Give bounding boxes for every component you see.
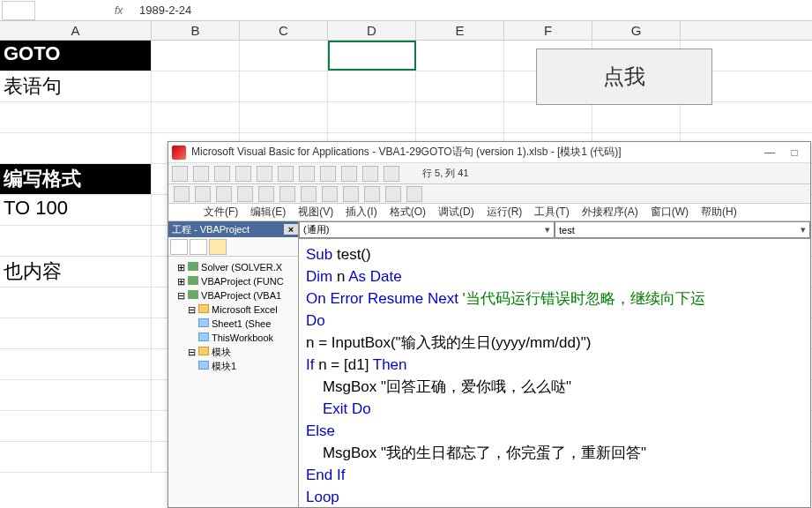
formula-input[interactable]: 1989-2-24 (134, 4, 812, 17)
cell-a6[interactable]: TO 100 (0, 195, 152, 225)
menu-format[interactable]: 格式(O) (390, 205, 426, 220)
toolbar-btn[interactable] (322, 186, 338, 202)
toolbar-btn[interactable] (406, 186, 422, 202)
toolbar-btn[interactable] (195, 186, 211, 202)
vba-title-text: Microsoft Visual Basic for Applications … (191, 145, 757, 160)
toolbar-btn[interactable] (172, 166, 188, 182)
menu-view[interactable]: 视图(V) (298, 205, 333, 220)
menu-help[interactable]: 帮助(H) (701, 205, 737, 220)
toolbar-btn[interactable] (384, 166, 399, 182)
maximize-icon[interactable]: □ (782, 146, 807, 159)
toolbar-btn[interactable] (364, 186, 380, 202)
menu-run[interactable]: 运行(R) (487, 205, 523, 220)
project-tree[interactable]: ⊞ Solver (SOLVER.X ⊞ VBAProject (FUNC ⊟ … (168, 257, 298, 507)
minimize-icon[interactable]: — (757, 146, 782, 159)
chevron-down-icon: ▾ (545, 224, 550, 235)
column-headers: A B C D E F G (0, 21, 812, 41)
col-header-a[interactable]: A (0, 21, 152, 40)
project-explorer-title: 工程 - VBAProject × (168, 221, 298, 237)
menu-tools[interactable]: 工具(T) (534, 205, 569, 220)
toolbar-btn[interactable] (216, 186, 232, 202)
toolbar-btn[interactable] (299, 166, 315, 182)
col-header-d[interactable]: D (328, 21, 416, 40)
toolbar-btn[interactable] (385, 186, 401, 202)
col-header-f[interactable]: F (504, 21, 592, 40)
menu-file[interactable]: 文件(F) (204, 205, 238, 220)
toolbar-btn[interactable] (279, 186, 295, 202)
formula-bar: fx 1989-2-24 (0, 0, 812, 21)
menu-insert[interactable]: 插入(I) (346, 205, 376, 220)
name-box[interactable] (2, 1, 35, 20)
cell-a2[interactable]: 表语句 (0, 71, 152, 101)
vba-toolbar-2 (168, 184, 810, 204)
cursor-position: 行 5, 列 41 (422, 167, 469, 180)
vba-titlebar[interactable]: Microsoft Visual Basic for Applications … (168, 142, 810, 163)
toolbar-btn[interactable] (258, 186, 274, 202)
toolbar-btn[interactable] (214, 166, 230, 182)
code-editor[interactable]: Sub test() Dim n As Date On Error Resume… (299, 239, 810, 507)
toolbar-btn[interactable] (320, 166, 336, 182)
menu-debug[interactable]: 调试(D) (438, 205, 474, 220)
close-panel-icon[interactable]: × (284, 224, 298, 235)
chevron-down-icon: ▾ (801, 224, 806, 235)
vba-menubar: 文件(F) 编辑(E) 视图(V) 插入(I) 格式(O) 调试(D) 运行(R… (168, 204, 810, 221)
procedure-dropdown[interactable]: test▾ (555, 221, 810, 238)
proj-btn[interactable] (209, 239, 227, 255)
col-header-e[interactable]: E (416, 21, 504, 40)
toolbar-btn[interactable] (193, 166, 209, 182)
toolbar-btn[interactable] (278, 166, 294, 182)
toolbar-btn[interactable] (237, 186, 253, 202)
menu-window[interactable]: 窗口(W) (651, 205, 689, 220)
toolbar-btn[interactable] (362, 166, 378, 182)
col-header-b[interactable]: B (152, 21, 240, 40)
col-header-g[interactable]: G (592, 21, 681, 40)
fx-icon[interactable]: fx (115, 4, 134, 17)
code-panel: (通用)▾ test▾ Sub test() Dim n As Date On … (299, 221, 810, 507)
toolbar-btn[interactable] (235, 166, 251, 182)
cell-a1[interactable]: GOTO (0, 41, 152, 71)
proj-btn[interactable] (190, 239, 207, 255)
menu-edit[interactable]: 编辑(E) (250, 205, 286, 220)
col-header-c[interactable]: C (240, 21, 328, 40)
proj-btn[interactable] (170, 239, 188, 255)
toolbar-btn[interactable] (341, 166, 357, 182)
toolbar-btn[interactable] (257, 166, 272, 182)
active-cell-d1[interactable] (328, 41, 416, 71)
project-explorer: 工程 - VBAProject × ⊞ Solver (SOLVER.X ⊞ V… (168, 221, 299, 507)
cell-a5[interactable]: 编写格式 (0, 164, 152, 194)
vba-editor-window: Microsoft Visual Basic for Applications … (168, 141, 811, 508)
toolbar-btn[interactable] (174, 186, 190, 202)
run-button[interactable]: 点我 (536, 49, 712, 105)
vba-toolbar-1: 行 5, 列 41 (168, 163, 810, 184)
object-dropdown[interactable]: (通用)▾ (299, 221, 555, 238)
cell-a8[interactable]: 也内容 (0, 257, 152, 287)
vba-app-icon (172, 146, 186, 160)
toolbar-btn[interactable] (301, 186, 317, 202)
toolbar-btn[interactable] (343, 186, 359, 202)
menu-addins[interactable]: 外接程序(A) (582, 205, 638, 220)
menu-icon[interactable] (177, 206, 191, 219)
